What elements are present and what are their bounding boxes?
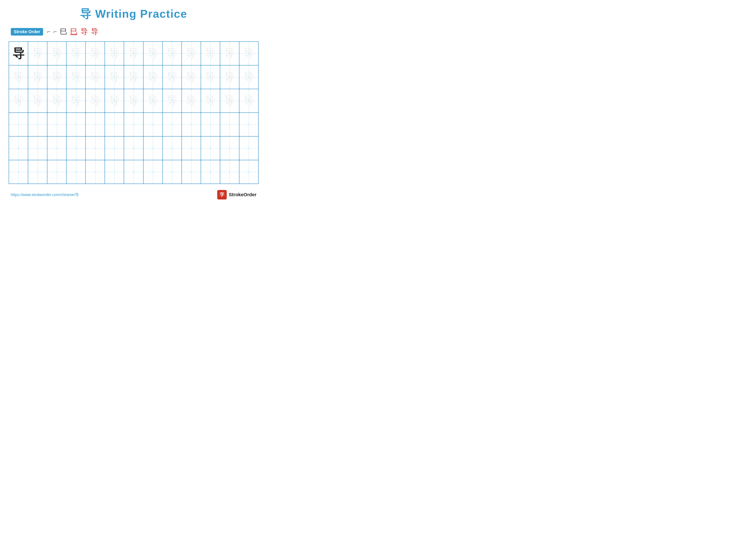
grid-cell[interactable] (9, 160, 28, 184)
svg-line-148 (182, 160, 201, 184)
grid-cell[interactable] (182, 160, 201, 184)
svg-line-134 (47, 160, 66, 184)
grid-cell[interactable] (143, 136, 162, 160)
grid-cell[interactable]: 导 (124, 41, 143, 65)
grid-cell[interactable]: 导 (182, 89, 201, 113)
svg-line-139 (86, 160, 104, 184)
grid-cell[interactable] (47, 136, 67, 160)
svg-line-97 (182, 113, 201, 136)
grid-cell[interactable]: 导 (86, 89, 105, 113)
grid-cell[interactable] (105, 160, 124, 184)
grid-cell[interactable] (182, 136, 201, 160)
grid-cell[interactable]: 导 (239, 41, 258, 65)
svg-line-131 (9, 160, 28, 184)
grid-cell[interactable] (220, 136, 239, 160)
grid-cell[interactable] (162, 113, 182, 136)
grid-cell[interactable]: 导 (162, 89, 182, 113)
grid-cell[interactable] (239, 160, 258, 184)
grid-cell[interactable]: 导 (47, 65, 67, 89)
grid-cell[interactable]: 导 (143, 89, 162, 113)
grid-cell[interactable]: 导 (67, 65, 86, 89)
grid-cell[interactable] (239, 113, 258, 136)
grid-cell[interactable] (220, 160, 239, 184)
grid-cell[interactable] (143, 113, 162, 136)
grid-cell[interactable]: 导 (28, 41, 47, 65)
grid-cell[interactable]: 导 (162, 41, 182, 65)
grid-cell[interactable]: 导 (220, 89, 239, 113)
grid-cell[interactable] (67, 136, 86, 160)
svg-line-109 (47, 137, 66, 160)
grid-cell[interactable]: 导 (124, 65, 143, 89)
grid-cell[interactable] (124, 160, 143, 184)
grid-cell[interactable]: 导 (143, 41, 162, 65)
grid-cell[interactable]: 导 (86, 41, 105, 65)
grid-cell[interactable] (67, 113, 86, 136)
grid-cell[interactable] (86, 136, 105, 160)
grid-cell[interactable]: 导 (220, 41, 239, 65)
grid-cell[interactable] (239, 136, 258, 160)
grid-cell[interactable]: 导 (201, 89, 220, 113)
svg-line-128 (239, 137, 258, 160)
grid-cell[interactable]: 导 (143, 65, 162, 89)
svg-line-82 (47, 113, 66, 136)
footer-logo: 字 StrokeOrder (217, 190, 256, 199)
svg-line-127 (220, 137, 239, 160)
grid-cell[interactable] (67, 160, 86, 184)
grid-cell[interactable]: 导 (220, 65, 239, 89)
svg-line-86 (86, 113, 104, 136)
svg-line-154 (239, 160, 258, 184)
grid-cell[interactable]: 导 (105, 65, 124, 89)
grid-cell[interactable] (182, 113, 201, 136)
grid-cell[interactable] (9, 113, 28, 136)
grid-cell[interactable] (162, 136, 182, 160)
grid-cell[interactable]: 导 (86, 65, 105, 89)
grid-cell[interactable] (124, 113, 143, 136)
grid-cell[interactable]: 导 (239, 89, 258, 113)
grid-cell[interactable] (28, 113, 47, 136)
grid-cell[interactable] (9, 136, 28, 160)
grid-cell[interactable]: 导 (182, 65, 201, 89)
svg-line-83 (47, 113, 66, 136)
grid-cell[interactable] (28, 136, 47, 160)
grid-cell[interactable]: 导 (28, 89, 47, 113)
grid-cell[interactable]: 导 (201, 41, 220, 65)
grid-cell[interactable] (201, 136, 220, 160)
grid-cell[interactable]: 导 (9, 89, 28, 113)
grid-cell[interactable]: 导 (9, 41, 28, 65)
grid-cell[interactable] (47, 160, 67, 184)
grid-cell[interactable]: 导 (105, 41, 124, 65)
grid-cell[interactable] (105, 136, 124, 160)
svg-line-117 (124, 137, 143, 160)
grid-cell[interactable] (201, 113, 220, 136)
grid-cell[interactable]: 导 (28, 65, 47, 89)
svg-line-119 (144, 137, 162, 160)
grid-cell[interactable] (47, 113, 67, 136)
grid-cell[interactable] (86, 113, 105, 136)
grid-cell[interactable]: 导 (67, 41, 86, 65)
grid-cell[interactable] (220, 113, 239, 136)
grid-cell[interactable]: 导 (67, 89, 86, 113)
svg-line-118 (144, 137, 162, 160)
grid-cell[interactable] (124, 136, 143, 160)
grid-cell[interactable]: 导 (162, 65, 182, 89)
svg-line-91 (124, 113, 143, 136)
grid-cell[interactable] (201, 160, 220, 184)
svg-line-121 (163, 137, 181, 160)
grid-cell[interactable] (105, 113, 124, 136)
grid-cell[interactable]: 导 (239, 65, 258, 89)
grid-cell[interactable]: 导 (201, 65, 220, 89)
grid-cell[interactable] (28, 160, 47, 184)
grid-cell[interactable]: 导 (124, 89, 143, 113)
svg-line-120 (163, 137, 181, 160)
grid-cell[interactable]: 导 (182, 41, 201, 65)
grid-cell[interactable] (162, 160, 182, 184)
grid-cell[interactable]: 导 (105, 89, 124, 113)
grid-cell[interactable]: 导 (9, 65, 28, 89)
grid-cell[interactable]: 导 (47, 41, 67, 65)
footer-url[interactable]: https://www.strokeorder.com/chinese/导 (11, 192, 79, 197)
svg-line-95 (163, 113, 181, 136)
grid-cell[interactable]: 导 (47, 89, 67, 113)
stroke-3: 巳 (60, 27, 67, 37)
grid-cell[interactable] (86, 160, 105, 184)
grid-cell[interactable] (143, 160, 162, 184)
